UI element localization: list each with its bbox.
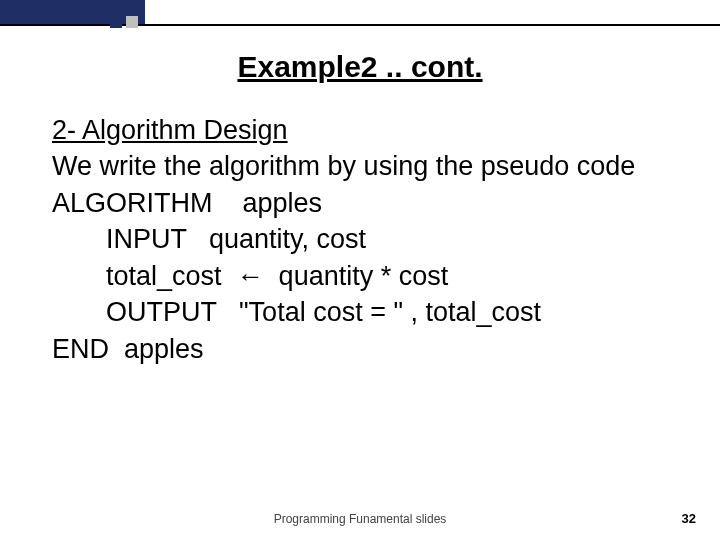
assign-lhs: total_cost bbox=[106, 261, 222, 291]
algorithm-name: apples bbox=[243, 188, 323, 218]
top-rule bbox=[0, 24, 720, 26]
algorithm-keyword: ALGORITHM bbox=[52, 188, 213, 218]
square-icon bbox=[126, 16, 138, 28]
page-number: 32 bbox=[682, 511, 696, 526]
output-args: "Total cost = " , total_cost bbox=[239, 297, 541, 327]
pseudo-line-algorithm: ALGORITHM apples bbox=[52, 185, 672, 221]
pseudo-line-input: INPUT quantity, cost bbox=[52, 221, 672, 257]
slide-title: Example2 .. cont. bbox=[0, 50, 720, 84]
slide-body: 2- Algorithm Design We write the algorit… bbox=[52, 112, 672, 367]
pseudo-line-output: OUTPUT "Total cost = " , total_cost bbox=[52, 294, 672, 330]
end-keyword: END bbox=[52, 334, 109, 364]
assign-rhs: quantity * cost bbox=[279, 261, 449, 291]
output-keyword: OUTPUT bbox=[106, 297, 217, 327]
intro-text: We write the algorithm by using the pseu… bbox=[52, 148, 672, 184]
accent-bar bbox=[0, 0, 145, 24]
pseudo-line-assign: total_cost ← quantity * cost bbox=[52, 258, 672, 294]
pseudo-line-end: END apples bbox=[52, 331, 672, 367]
left-arrow-icon: ← bbox=[237, 261, 264, 291]
square-icon bbox=[110, 16, 122, 28]
slide: Example2 .. cont. 2- Algorithm Design We… bbox=[0, 0, 720, 540]
input-args: quantity, cost bbox=[209, 224, 366, 254]
footer-text: Programming Funamental slides bbox=[0, 512, 720, 526]
input-keyword: INPUT bbox=[106, 224, 187, 254]
end-name: apples bbox=[124, 334, 204, 364]
section-heading: 2- Algorithm Design bbox=[52, 112, 672, 148]
